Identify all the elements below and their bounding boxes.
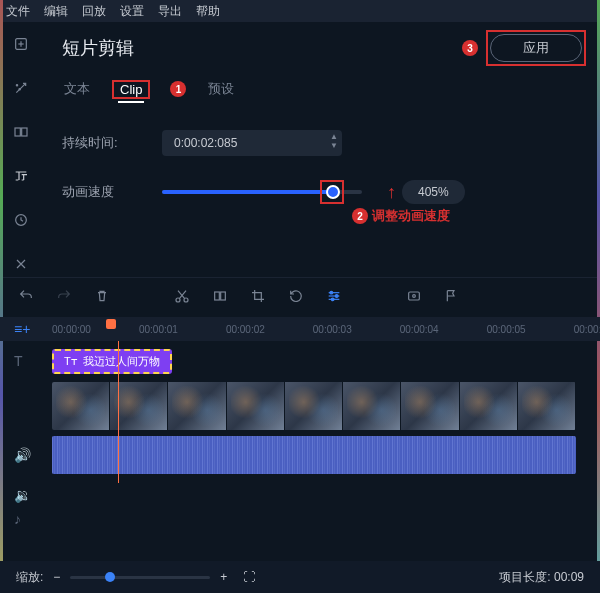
rotate-icon[interactable] xyxy=(288,288,304,307)
title-clip-type-icon: Tᴛ xyxy=(64,355,77,368)
title-clip-text: 我迈过人间万物 xyxy=(83,354,160,369)
title-clip[interactable]: Tᴛ 我迈过人间万物 xyxy=(52,349,172,374)
speed-value: 405% xyxy=(402,180,465,204)
ruler-tick: 00:00:05 xyxy=(487,324,526,335)
svg-point-16 xyxy=(335,295,338,298)
step1-badge: 1 xyxy=(170,81,186,97)
add-track-icon[interactable]: ≡+ xyxy=(14,321,30,337)
svg-point-3 xyxy=(16,85,17,86)
svg-rect-18 xyxy=(409,292,420,300)
music-track-icon[interactable]: ♪ xyxy=(14,511,42,527)
timeline-toolbar xyxy=(0,277,600,317)
ruler-tick: 00:00:00 xyxy=(52,324,91,335)
svg-point-17 xyxy=(331,298,334,301)
duration-up-icon[interactable]: ▲ xyxy=(330,132,338,141)
adjust-icon[interactable] xyxy=(326,288,342,307)
menubar: 文件 编辑 回放 设置 导出 帮助 xyxy=(0,0,600,22)
tab-preset[interactable]: 预设 xyxy=(206,76,236,102)
wand-icon[interactable] xyxy=(11,78,31,98)
speed-label: 动画速度 xyxy=(62,183,142,201)
svg-rect-11 xyxy=(221,292,226,300)
zoom-slider[interactable] xyxy=(70,576,210,579)
tab-clip[interactable]: Clip xyxy=(118,78,144,103)
step2-badge: 2 xyxy=(352,208,368,224)
zoom-in-icon[interactable]: + xyxy=(220,570,227,584)
speed-annotation: 2 调整动画速度 xyxy=(352,207,450,225)
menu-help[interactable]: 帮助 xyxy=(196,3,220,20)
redo-icon[interactable] xyxy=(56,288,72,307)
duration-input[interactable] xyxy=(162,130,342,156)
speed-annotation-text: 调整动画速度 xyxy=(372,207,450,225)
ruler-tick: 00:00:03 xyxy=(313,324,352,335)
svg-point-15 xyxy=(330,291,333,294)
cut-icon[interactable] xyxy=(174,288,190,307)
time-ruler[interactable]: ≡+ 00:00:00 00:00:01 00:00:02 00:00:03 0… xyxy=(0,317,600,341)
title-track-icon[interactable]: T xyxy=(14,353,42,369)
step3-badge: 3 xyxy=(462,40,478,56)
undo-icon[interactable] xyxy=(18,288,34,307)
extra-audio-track-icon[interactable]: 🔉 xyxy=(14,487,42,503)
clip-tab-highlight: Clip xyxy=(112,80,150,99)
add-media-icon[interactable] xyxy=(11,34,31,54)
svg-rect-6 xyxy=(22,128,27,136)
arrow-annotation: ↑ xyxy=(387,182,396,203)
project-length: 项目长度: 00:09 xyxy=(499,569,584,586)
sidebar xyxy=(0,22,42,277)
svg-rect-10 xyxy=(215,292,220,300)
svg-point-19 xyxy=(413,295,416,298)
titles-icon[interactable] xyxy=(11,166,31,186)
delete-icon[interactable] xyxy=(94,288,110,307)
tools-icon[interactable] xyxy=(11,254,31,274)
audio-track-icon[interactable]: 🔊 xyxy=(14,447,42,463)
playhead-line[interactable] xyxy=(118,341,119,483)
speed-slider[interactable] xyxy=(162,190,362,194)
svg-rect-5 xyxy=(15,128,20,136)
apply-button[interactable]: 应用 xyxy=(490,34,582,62)
tab-text[interactable]: 文本 xyxy=(62,76,92,102)
speed-slider-thumb[interactable] xyxy=(326,185,340,199)
stickers-icon[interactable] xyxy=(11,210,31,230)
crop-icon[interactable] xyxy=(250,288,266,307)
menu-settings[interactable]: 设置 xyxy=(120,3,144,20)
duration-down-icon[interactable]: ▼ xyxy=(330,141,338,150)
ruler-tick: 00:00:06 xyxy=(574,324,600,335)
ruler-tick: 00:00:01 xyxy=(139,324,178,335)
record-icon[interactable] xyxy=(406,288,422,307)
menu-playback[interactable]: 回放 xyxy=(82,3,106,20)
tracks-container: T Tᴛ 我迈过人间万物 🔊 xyxy=(0,341,600,483)
footer: 缩放: − + ⛶ 项目长度: 00:09 xyxy=(0,561,600,593)
ruler-tick: 00:00:02 xyxy=(226,324,265,335)
apply-highlight: 应用 xyxy=(486,30,586,66)
duration-label: 持续时间: xyxy=(62,134,142,152)
zoom-slider-thumb[interactable] xyxy=(105,572,115,582)
marker-icon[interactable] xyxy=(444,288,460,307)
menu-edit[interactable]: 编辑 xyxy=(44,3,68,20)
detach-icon[interactable] xyxy=(212,288,228,307)
clip-edit-panel: 短片剪辑 3 应用 文本 Clip 1 预设 持续时间: ▲ ▼ xyxy=(42,22,600,277)
playhead-marker[interactable] xyxy=(106,319,116,329)
video-clip[interactable] xyxy=(52,382,576,430)
menu-file[interactable]: 文件 xyxy=(6,3,30,20)
zoom-label: 缩放: xyxy=(16,569,43,586)
tabs: 文本 Clip 1 预设 xyxy=(62,76,580,102)
zoom-out-icon[interactable]: − xyxy=(53,570,60,584)
timeline: ≡+ 00:00:00 00:00:01 00:00:02 00:00:03 0… xyxy=(0,317,600,531)
menu-export[interactable]: 导出 xyxy=(158,3,182,20)
audio-clip[interactable] xyxy=(52,436,576,474)
transition-icon[interactable] xyxy=(11,122,31,142)
ruler-tick: 00:00:04 xyxy=(400,324,439,335)
zoom-fit-icon[interactable]: ⛶ xyxy=(243,570,255,584)
